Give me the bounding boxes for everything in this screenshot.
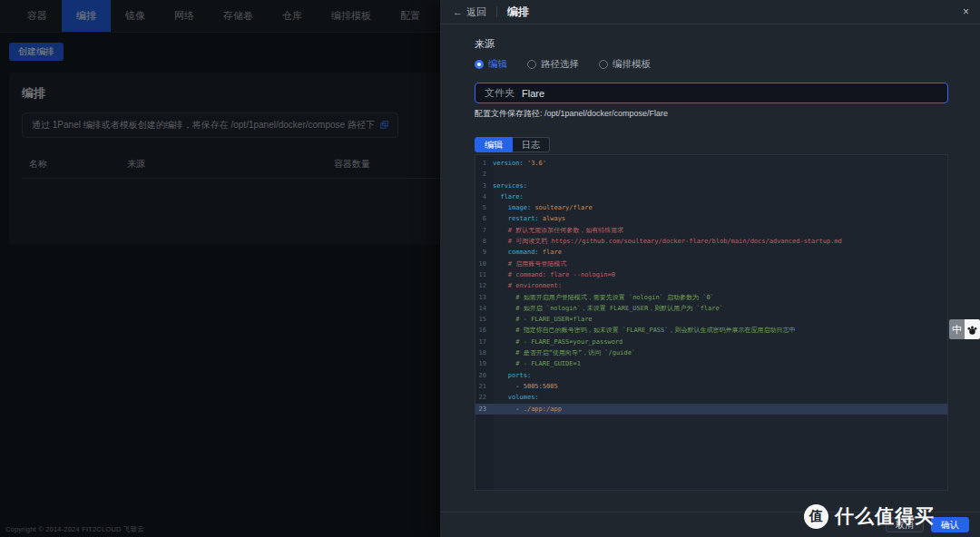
line-number: 14 [475, 303, 490, 314]
back-arrow-icon: ← [453, 6, 463, 17]
code-line[interactable]: 15 # - FLARE_USER=flare [475, 314, 947, 325]
line-number: 6 [475, 213, 490, 224]
code-line-content: # 如需开启用户登陆模式，需要先设置 `nologin` 启动参数为 `0` [493, 294, 714, 301]
code-line[interactable]: 2 [475, 169, 947, 180]
back-button[interactable]: ← 返回 [453, 5, 486, 19]
editor-tab-edit[interactable]: 编辑 [475, 137, 513, 152]
code-line-content: - 5005:5005 [493, 383, 558, 390]
radio-dot-icon [475, 60, 484, 69]
code-line[interactable]: 11 # command: flare --nologin=0 [475, 269, 947, 280]
cancel-button[interactable]: 取消 [886, 517, 924, 532]
line-number: 3 [475, 181, 490, 191]
code-line[interactable]: 7 # 默认无需添加任何参数，如有特殊需求 [475, 225, 947, 236]
code-line-content: ports: [493, 372, 531, 379]
code-line[interactable]: 18 # 是否开启“使用向导”，访问 `/guide` [475, 347, 947, 358]
code-line-content: # 如开启 `nologin`，未设置 FLARE_USER，则默认用户为 `f… [493, 305, 723, 312]
line-number: 5 [475, 202, 490, 213]
code-line-content: flare: [493, 193, 524, 200]
line-number: 12 [475, 280, 490, 291]
code-line-content: # - FLARE_PASS=your_password [493, 338, 622, 346]
source-radio-path-select[interactable]: 路径选择 [527, 58, 579, 71]
radio-dot-icon [527, 60, 536, 69]
line-number: 4 [475, 191, 490, 202]
code-line[interactable]: 13 # 如需开启用户登陆模式，需要先设置 `nologin` 启动参数为 `0… [475, 292, 947, 303]
code-line-content: # - FLARE_USER=flare [493, 316, 593, 323]
code-line[interactable]: 6 restart: always [475, 213, 947, 224]
line-number: 10 [475, 259, 490, 269]
line-number: 7 [475, 225, 490, 236]
yaml-editor[interactable]: 1version: '3.6'23services:4 flare:5 imag… [475, 154, 948, 491]
code-line[interactable]: 19 # - FLARE_GUIDE=1 [475, 358, 947, 369]
folder-input[interactable]: 文件夹 Flare [475, 83, 948, 103]
code-line[interactable]: 20 ports: [475, 370, 947, 381]
code-line-content: # command: flare --nologin=0 [493, 271, 615, 278]
code-line-content: # - FLARE_GUIDE=1 [493, 360, 581, 367]
line-number: 15 [475, 314, 490, 325]
app-root: 容器编排镜像网络存储卷仓库编排模板配置 创建编排 编排 通过 1Panel 编排… [0, 0, 980, 537]
code-line[interactable]: 1version: '3.6' [475, 158, 947, 169]
code-line-content: # 是否开启“使用向导”，访问 `/guide` [493, 349, 635, 356]
code-line-content: restart: always [493, 215, 565, 222]
source-radio-template[interactable]: 编排模板 [599, 58, 651, 71]
code-line[interactable]: 10 # 启用账号登陆模式 [475, 259, 947, 269]
close-icon[interactable]: × [963, 6, 969, 17]
back-label: 返回 [466, 5, 486, 19]
code-line[interactable]: 21 - 5005:5005 [475, 381, 947, 392]
line-number: 1 [475, 158, 490, 169]
code-line-content: # 默认无需添加任何参数，如有特殊需求 [493, 227, 623, 234]
code-line[interactable]: 16 # 指定你自己的账号密码，如未设置 `FLARE_PASS`，则会默认生成… [475, 325, 947, 336]
editor-tab-logs[interactable]: 日志 [513, 137, 550, 152]
code-line[interactable]: 4 flare: [475, 191, 947, 202]
code-line-content: services: [493, 182, 527, 190]
code-line[interactable]: 17 # - FLARE_PASS=your_password [475, 337, 947, 347]
drawer-header: ← 返回 编排 × [440, 0, 980, 24]
code-line[interactable]: 5 image: soulteary/flare [475, 202, 947, 213]
ime-widget[interactable]: 中 [949, 319, 980, 339]
folder-input-value: Flare [522, 88, 544, 99]
drawer-footer: 取消 确认 [440, 512, 980, 537]
code-line[interactable]: 9 command: flare [475, 247, 947, 258]
line-number: 18 [475, 347, 490, 358]
code-line-content: command: flare [493, 249, 562, 256]
code-line-content: # environment: [493, 282, 562, 289]
radio-label: 编辑 [488, 58, 507, 71]
code-line[interactable]: 23 - ./app:/app [475, 404, 947, 415]
ime-hand-icon[interactable] [965, 319, 980, 339]
code-line-content: # 可阅读文档 https://github.com/soulteary/doc… [493, 238, 842, 245]
line-number: 21 [475, 381, 490, 392]
code-line[interactable]: 14 # 如开启 `nologin`，未设置 FLARE_USER，则默认用户为… [475, 303, 947, 314]
source-radio-edit[interactable]: 编辑 [475, 58, 507, 71]
confirm-button[interactable]: 确认 [931, 517, 969, 532]
source-label: 来源 [475, 37, 495, 51]
code-line[interactable]: 3services: [475, 181, 947, 191]
line-number: 13 [475, 292, 490, 303]
header-divider [496, 6, 497, 17]
radio-dot-icon [599, 60, 608, 69]
line-number: 23 [475, 404, 490, 415]
code-area: 1version: '3.6'23services:4 flare:5 imag… [475, 155, 947, 415]
source-radio-group: 编辑路径选择编排模板 [475, 58, 651, 71]
ime-lang-badge[interactable]: 中 [949, 319, 965, 339]
radio-label: 编排模板 [612, 58, 651, 71]
line-number: 8 [475, 236, 490, 247]
line-number: 22 [475, 392, 490, 403]
drawer-title: 编排 [507, 5, 529, 20]
code-line-content: volumes: [493, 394, 539, 401]
line-number: 19 [475, 358, 490, 369]
code-line[interactable]: 22 volumes: [475, 392, 947, 403]
folder-input-prefix: 文件夹 [485, 86, 514, 100]
line-number: 11 [475, 269, 490, 280]
line-number: 17 [475, 337, 490, 347]
view-tabs: 编辑日志 [475, 137, 550, 152]
code-line-content: # 指定你自己的账号密码，如未设置 `FLARE_PASS`，则会默认生成密码并… [493, 327, 796, 334]
code-line[interactable]: 8 # 可阅读文档 https://github.com/soulteary/d… [475, 236, 947, 247]
line-number: 9 [475, 247, 490, 258]
radio-label: 路径选择 [541, 58, 579, 71]
code-line-content: version: '3.6' [493, 160, 546, 167]
compose-edit-drawer: ← 返回 编排 × 来源 编辑路径选择编排模板 文件夹 Flare 配置文件保存… [440, 0, 980, 537]
code-line-content: image: soulteary/flare [493, 204, 593, 211]
line-number: 16 [475, 325, 490, 336]
line-number: 2 [475, 169, 490, 180]
code-line-content: - ./app:/app [493, 405, 562, 413]
code-line[interactable]: 12 # environment: [475, 280, 947, 291]
